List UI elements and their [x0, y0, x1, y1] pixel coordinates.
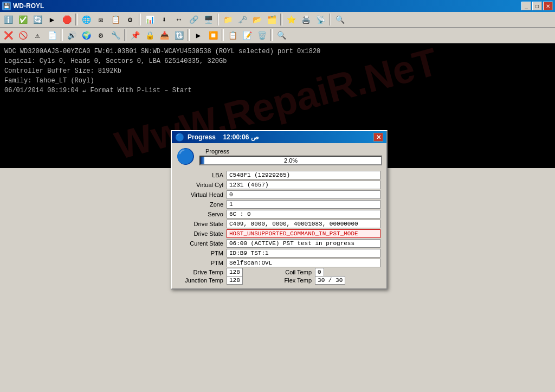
sync-button[interactable]: 🔃	[172, 29, 186, 42]
edit-button[interactable]: 📝	[240, 29, 254, 42]
check-button[interactable]: ✅	[16, 13, 30, 26]
progress-bar-container: Progress 2.0%	[199, 148, 382, 165]
delete-button[interactable]: 🗑️	[255, 29, 269, 42]
search-button[interactable]: 🔍	[333, 13, 347, 26]
cancel1-button[interactable]: ❌	[1, 29, 15, 42]
separator-1	[75, 14, 78, 25]
virtual-head-row: Virtual Head 0	[176, 190, 382, 200]
lba-label: LBA	[176, 170, 225, 180]
dialog-close-button[interactable]: ✕	[373, 133, 383, 142]
monitor-button[interactable]: 🖥️	[201, 13, 215, 26]
fields-table: LBA C548F1 (12929265) Virtual Cyl 1231 (…	[176, 170, 382, 284]
info-button[interactable]: ℹ️	[1, 13, 15, 26]
print-button[interactable]: 🖨️	[299, 13, 313, 26]
network-button[interactable]: 🔗	[186, 13, 201, 26]
minimize-button[interactable]: _	[521, 2, 531, 10]
separator-9	[222, 29, 224, 41]
dialog-header-row: 🔵 Progress 2.0%	[176, 147, 382, 166]
gear-button[interactable]: ⚙️	[94, 29, 108, 42]
temp-row: Drive Temp 128 Coil Temp 0	[176, 268, 382, 276]
favorite-button[interactable]: ⭐	[284, 13, 298, 26]
drive-temp-value: 128	[227, 268, 243, 277]
chart-button[interactable]: 📊	[143, 13, 157, 26]
app-icon: 💾	[2, 2, 11, 10]
dialog-title-bar: 🔵 Progress 12:00:06 ص ✕	[172, 131, 386, 143]
pin-button[interactable]: 📌	[128, 29, 142, 42]
ptm2-value: SelfScan:OVL	[227, 259, 380, 267]
transfer-button[interactable]: ↔️	[172, 13, 186, 26]
refresh-button[interactable]: 🔄	[30, 13, 44, 26]
zone-value: 1	[227, 200, 380, 209]
clipboard-button[interactable]: 📋	[108, 13, 122, 26]
files-button[interactable]: 🗂️	[264, 13, 279, 26]
key-button[interactable]: 🗝️	[235, 13, 249, 26]
dialog-title-left: 🔵 Progress 12:00:06 ص	[175, 133, 259, 142]
signal-button[interactable]: 📡	[313, 13, 327, 26]
virtual-head-label: Virtual Head	[176, 190, 225, 200]
separator-7	[124, 29, 126, 41]
drive-state2-label: Drive State	[176, 229, 225, 239]
drive-state1-row: Drive State C409, 0000, 0000, 40001083, …	[176, 219, 382, 229]
coil-temp-value: 0	[315, 268, 324, 277]
inbox-button[interactable]: 📥	[157, 29, 171, 42]
doc-button[interactable]: 📄	[45, 29, 59, 42]
progress-bar: 2.0%	[199, 156, 382, 165]
drive-state1-value: C409, 0000, 0000, 40001083, 00000000	[227, 220, 380, 228]
console-line-1: WDC WD3200AAJS-00YZCA0 FW:01.03B01 SN:WD…	[4, 47, 551, 56]
mail-button[interactable]: ✉️	[94, 13, 108, 26]
separator-3	[217, 14, 219, 25]
virtual-cyl-label: Virtual Cyl	[176, 180, 225, 190]
separator-10	[270, 29, 273, 41]
dialog-title-text: Progress 12:00:06 ص	[188, 133, 259, 141]
zone-label: Zone	[176, 200, 225, 209]
current-state-row: Curent State 06:00 (ACTIVE) PST test in …	[176, 239, 382, 248]
separator-5	[329, 14, 331, 25]
separator-2	[139, 14, 141, 25]
progress-field-label: Progress	[199, 148, 229, 155]
toolbar-1: ℹ️ ✅ 🔄 ▶️ 🛑 🌐 ✉️ 📋 ⚙️ 📊 ⬇️ ↔️ 🔗 🖥️ 📁 🗝️ …	[0, 12, 555, 28]
magnify-button[interactable]: 🔍	[274, 29, 288, 42]
maximize-button[interactable]: □	[532, 2, 542, 10]
title-bar: 💾 WD-ROYL _ □ ✕	[0, 0, 555, 12]
dialog-title-icon: 🔵	[175, 133, 184, 142]
warning-button[interactable]: ⚠️	[30, 29, 44, 42]
servo-value: 6C : 0	[227, 210, 380, 219]
wrench-button[interactable]: 🔧	[108, 29, 122, 42]
separator-6	[61, 29, 63, 41]
dialog-body: 🔵 Progress 2.0% LBA C548F1 (12929265)	[172, 143, 386, 288]
lock-button[interactable]: 🔒	[143, 29, 157, 42]
app-title: WD-ROYL	[13, 2, 44, 10]
coil-temp-label: Coil Temp	[264, 268, 313, 276]
run-button[interactable]: ▶️	[191, 29, 205, 42]
cancel2-button[interactable]: 🚫	[16, 29, 30, 42]
console-line-3: Controller Buffer Size: 8192Kb	[4, 66, 551, 76]
junction-temp-value: 128	[227, 276, 243, 285]
drive-temp-label: Drive Temp	[176, 268, 225, 276]
virtual-cyl-value: 1231 (4657)	[227, 181, 380, 189]
junction-temp-label: Junction Temp	[176, 276, 225, 284]
sound-button[interactable]: 🔊	[64, 29, 79, 42]
open-button[interactable]: 📂	[250, 13, 264, 26]
toolbar-2: ❌ 🚫 ⚠️ 📄 🔊 🌍 ⚙️ 🔧 📌 🔒 📥 🔃 ▶️ ⏹️ 📋 📝 🗑️ 🔍	[0, 28, 555, 43]
list-button[interactable]: 📋	[225, 29, 240, 42]
drive-state2-value: HOST_UNSUPPORTED_COMMAND_IN_PST_MODE	[227, 229, 380, 238]
junction-row: Junction Temp 128 Flex Temp 30 / 30	[176, 276, 382, 284]
folder-button[interactable]: 📁	[221, 13, 235, 26]
close-button[interactable]: ✕	[543, 2, 553, 10]
console-line-7: 06/01/2014 08:19:04 ↵ Format With P-List…	[4, 86, 551, 95]
separator-4	[280, 14, 282, 25]
lba-row: LBA C548F1 (12929265)	[176, 170, 382, 180]
dialog-header-icon: 🔵	[176, 147, 195, 166]
stop2-button[interactable]: ⏹️	[206, 29, 220, 42]
progress-bar-text: 2.0%	[201, 157, 381, 164]
current-state-label: Curent State	[176, 239, 225, 248]
zone-row: Zone 1	[176, 200, 382, 209]
settings-button[interactable]: ⚙️	[123, 13, 137, 26]
progress-dialog: 🔵 Progress 12:00:06 ص ✕ 🔵 Progress	[171, 130, 388, 290]
ptm2-row: PTM SelfScan:OVL	[176, 258, 382, 268]
stop-button[interactable]: 🛑	[60, 13, 74, 26]
world-button[interactable]: 🌍	[79, 29, 93, 42]
download-button[interactable]: ⬇️	[157, 13, 171, 26]
globe-button[interactable]: 🌐	[79, 13, 93, 26]
play-button[interactable]: ▶️	[45, 13, 59, 26]
